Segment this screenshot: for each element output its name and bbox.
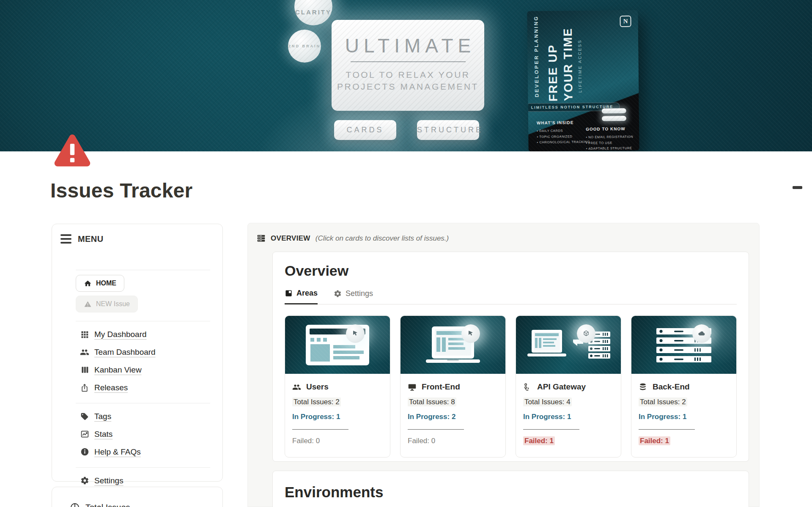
back-end-illustration bbox=[631, 316, 736, 374]
area-card-back-end[interactable]: Back-End Total Issues: 2 In Progress: 1 … bbox=[631, 315, 737, 458]
area-card-title: API Gateway bbox=[537, 382, 586, 392]
in-progress-stat: In Progress: 1 bbox=[523, 413, 614, 421]
laptop-server-graphic bbox=[524, 324, 613, 366]
sidebar-item-label[interactable]: Tags bbox=[94, 412, 111, 421]
warning-triangle-icon[interactable] bbox=[53, 134, 91, 167]
product-box: N DEVELOPER PLANNING FREE UP YOUR TIME L… bbox=[527, 10, 639, 151]
hero-underline bbox=[351, 61, 466, 62]
cursor-badge-icon bbox=[346, 324, 365, 343]
structure-button[interactable]: STRUCTURE bbox=[417, 120, 479, 140]
new-issue-button[interactable]: NEW Issue bbox=[76, 296, 138, 312]
section-label: OVERVIEW bbox=[271, 234, 310, 243]
area-card-title: Back-End bbox=[653, 382, 690, 392]
hero-title: ULTIMATE bbox=[332, 34, 484, 57]
stat-divider bbox=[292, 429, 348, 430]
total-issues-row[interactable]: Total Issues bbox=[70, 502, 222, 507]
gear-icon bbox=[334, 290, 342, 298]
failed-stat: Failed: 1 bbox=[639, 437, 729, 445]
tag-icon bbox=[80, 412, 89, 421]
in-progress-stat: In Progress: 1 bbox=[639, 413, 729, 421]
sidebar-item-label[interactable]: Help & FAQs bbox=[94, 447, 141, 457]
kanban-icon bbox=[80, 365, 89, 375]
api-nodes-icon bbox=[523, 383, 532, 392]
failed-stat: Failed: 0 bbox=[292, 437, 383, 445]
environments-card: Environments bbox=[272, 471, 749, 507]
stat-divider bbox=[408, 429, 464, 430]
box-bullet: ADAPTABLE STRUCTURE bbox=[586, 145, 634, 151]
stat-divider bbox=[523, 429, 579, 430]
overview-card: Overview Areas Settings bbox=[272, 252, 749, 462]
sidebar-item-tags[interactable]: Tags bbox=[52, 408, 222, 425]
failed-stat: Failed: 0 bbox=[408, 437, 498, 445]
cloud-badge-icon bbox=[692, 324, 711, 343]
sidebar-item-label[interactable]: Releases bbox=[94, 383, 128, 392]
cover-banner: CLARITY 2ND BRAIN ULTIMATE TOOL TO RELAX… bbox=[0, 0, 812, 151]
tab-settings[interactable]: Settings bbox=[334, 289, 373, 304]
sidebar-item-team-dashboard[interactable]: Team Dashboard bbox=[52, 343, 222, 361]
sidebar-total-issues-card: Total Issues bbox=[52, 487, 223, 507]
sidebar-menu: MENU HOME NEW Issue My Dashboard bbox=[52, 224, 223, 482]
box-bullet: CHRONOLOGICAL TRACKING bbox=[537, 139, 590, 145]
sidebar-item-label[interactable]: My Dashboard bbox=[94, 330, 147, 339]
box-bullet: FREE TO USE bbox=[586, 140, 633, 146]
area-icon bbox=[285, 289, 293, 297]
overview-tabs: Areas Settings bbox=[285, 289, 737, 304]
box-bullet: DAILY CARDS bbox=[537, 128, 590, 134]
sidebar-item-my-dashboard[interactable]: My Dashboard bbox=[52, 326, 222, 343]
home-button-label: HOME bbox=[96, 280, 116, 287]
total-issues-stat: Total Issues: 2 bbox=[639, 398, 729, 406]
upload-icon bbox=[80, 383, 89, 392]
box-headline-2: YOUR TIME bbox=[561, 28, 576, 101]
box-column-title: WHAT'S INSIDE bbox=[537, 119, 590, 127]
cursor-badge-icon bbox=[461, 324, 480, 343]
sidebar-item-label[interactable]: Stats bbox=[94, 430, 112, 439]
grid-icon bbox=[80, 330, 89, 339]
sidebar-item-help-faqs[interactable]: Help & FAQs bbox=[52, 443, 222, 460]
tab-label: Areas bbox=[296, 289, 318, 298]
box-side-label: DEVELOPER PLANNING bbox=[533, 15, 540, 97]
people-icon bbox=[80, 348, 89, 357]
cube-badge-icon bbox=[577, 324, 595, 343]
minimize-dash-icon[interactable] bbox=[793, 186, 802, 189]
menu-title: MENU bbox=[78, 234, 104, 244]
sidebar-item-stats[interactable]: Stats bbox=[52, 425, 222, 443]
box-pill bbox=[602, 108, 626, 114]
area-card-users[interactable]: Users Total Issues: 2 In Progress: 1 Fai… bbox=[285, 315, 390, 458]
area-cards-grid: Users Total Issues: 2 In Progress: 1 Fai… bbox=[285, 315, 737, 458]
tab-label: Settings bbox=[346, 289, 373, 298]
overview-title: Overview bbox=[285, 263, 737, 279]
sidebar-item-kanban-view[interactable]: Kanban View bbox=[52, 361, 222, 378]
sidebar-item-label[interactable]: Kanban View bbox=[94, 365, 142, 375]
area-card-api-gateway[interactable]: API Gateway Total Issues: 4 In Progress:… bbox=[516, 315, 621, 458]
overview-section-header: OVERVIEW (Click on cards to discover lis… bbox=[248, 223, 759, 243]
section-hint: (Click on cards to discover lists of iss… bbox=[315, 234, 449, 243]
sidebar-item-label[interactable]: Settings bbox=[94, 476, 123, 485]
hamburger-icon[interactable] bbox=[60, 234, 71, 244]
page-title: Issues Tracker bbox=[50, 179, 192, 202]
people-icon bbox=[292, 383, 301, 392]
total-issues-stat: Total Issues: 8 bbox=[408, 398, 498, 406]
stat-divider bbox=[639, 429, 695, 430]
second-brain-bubble: 2ND BRAIN bbox=[288, 30, 321, 63]
notion-logo-icon: N bbox=[620, 16, 631, 27]
environments-title: Environments bbox=[285, 484, 737, 501]
users-illustration bbox=[285, 316, 390, 374]
api-gateway-illustration bbox=[516, 316, 621, 374]
chart-icon bbox=[80, 430, 89, 439]
failed-stat: Failed: 1 bbox=[523, 437, 614, 445]
sidebar-item-releases[interactable]: Releases bbox=[52, 379, 222, 396]
box-good-to-know: GOOD TO KNOW NO EMAIL REGISTRATION FREE … bbox=[586, 125, 634, 151]
box-bullet: NO EMAIL REGISTRATION bbox=[586, 134, 633, 140]
sidebar-item-label[interactable]: Team Dashboard bbox=[94, 348, 156, 357]
total-issues-stat: Total Issues: 4 bbox=[523, 398, 614, 406]
hero-card: ULTIMATE TOOL TO RELAX YOUR PROJECTS MAN… bbox=[332, 20, 484, 111]
front-end-illustration bbox=[401, 316, 505, 374]
area-card-front-end[interactable]: Front-End Total Issues: 8 In Progress: 2… bbox=[400, 315, 506, 458]
cards-button[interactable]: CARDS bbox=[334, 120, 396, 140]
in-progress-stat: In Progress: 2 bbox=[408, 413, 498, 421]
tab-areas[interactable]: Areas bbox=[285, 289, 318, 304]
area-card-title: Users bbox=[306, 382, 329, 392]
gear-icon bbox=[80, 476, 89, 485]
home-icon bbox=[84, 280, 92, 288]
home-button[interactable]: HOME bbox=[76, 275, 124, 292]
